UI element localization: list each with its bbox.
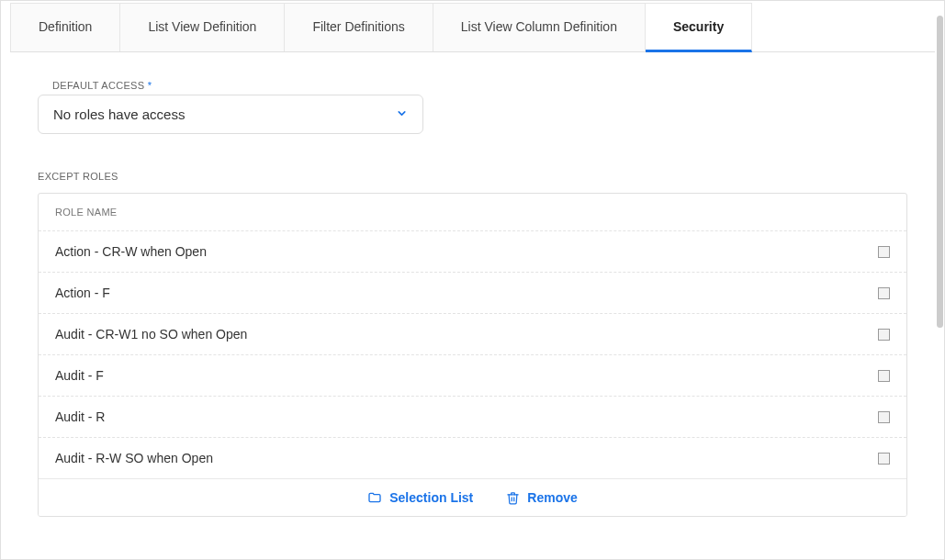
default-access-select[interactable]: No roles have access [38,95,423,134]
role-name: Audit - R [55,409,105,424]
roles-header: ROLE NAME [39,194,906,231]
row-checkbox[interactable] [878,329,890,341]
row-checkbox[interactable] [878,287,890,299]
table-row[interactable]: Audit - F [39,355,906,397]
row-checkbox[interactable] [878,411,890,423]
row-checkbox[interactable] [878,370,890,382]
trash-icon [506,491,520,505]
default-access-value: No roles have access [53,106,185,122]
tab-list-view-column-definition[interactable]: List View Column Definition [433,3,646,51]
table-row[interactable]: Action - CR-W when Open [39,231,906,273]
default-access-label: DEFAULT ACCESS * [52,80,907,91]
folder-icon [367,490,382,505]
row-checkbox[interactable] [878,246,890,258]
table-row[interactable]: Audit - R [39,397,906,438]
roles-list[interactable]: ROLE NAME Action - CR-W when Open Action… [39,194,906,478]
selection-list-label: Selection List [389,490,473,505]
table-row[interactable]: Action - F [39,273,906,314]
roles-panel: ROLE NAME Action - CR-W when Open Action… [38,193,907,517]
scrollbar[interactable] [937,16,943,328]
remove-label: Remove [527,490,577,505]
role-name: Audit - CR-W1 no SO when Open [55,327,247,342]
role-name: Audit - F [55,368,104,383]
selection-list-button[interactable]: Selection List [367,490,473,505]
except-roles-label: EXCEPT ROLES [38,171,907,182]
role-name: Action - CR-W when Open [55,244,207,259]
chevron-down-icon [396,106,408,122]
required-indicator: * [148,80,152,91]
remove-button[interactable]: Remove [506,490,577,505]
tab-definition[interactable]: Definition [10,3,120,51]
row-checkbox[interactable] [878,453,890,465]
tab-bar: Definition List View Definition Filter D… [10,3,935,52]
panel: Definition List View Definition Filter D… [0,0,945,560]
roles-footer: Selection List Remove [39,478,906,516]
table-row[interactable]: Audit - R-W SO when Open [39,438,906,478]
role-name: Action - F [55,286,110,300]
tab-list-view-definition[interactable]: List View Definition [120,3,285,51]
tab-security[interactable]: Security [646,3,752,52]
role-name: Audit - R-W SO when Open [55,451,213,465]
tab-filter-definitions[interactable]: Filter Definitions [285,3,433,51]
table-row[interactable]: Audit - CR-W1 no SO when Open [39,314,906,355]
